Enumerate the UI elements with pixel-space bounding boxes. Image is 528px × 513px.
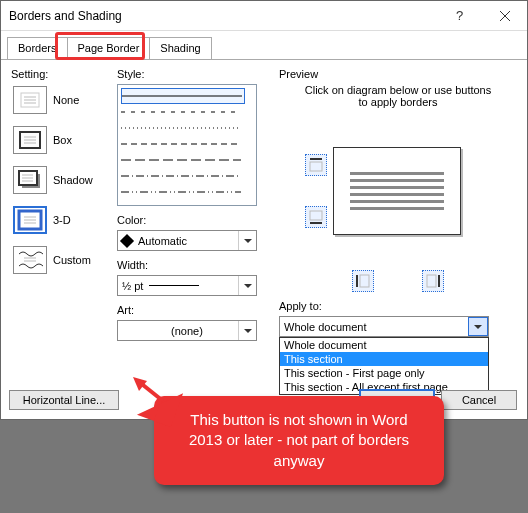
threed-icon: [13, 206, 47, 234]
svg-rect-31: [310, 222, 322, 224]
border-bottom-icon: [308, 209, 324, 225]
help-button[interactable]: ?: [437, 1, 482, 31]
border-right-button[interactable]: [422, 270, 444, 292]
style-solid[interactable]: [121, 88, 245, 104]
svg-rect-28: [310, 158, 322, 160]
borders-shading-dialog: Borders and Shading ? Borders Page Borde…: [0, 0, 528, 420]
preview-page[interactable]: [333, 147, 461, 235]
preview-hint: Click on diagram below or use buttons to…: [303, 84, 493, 108]
style-dash-long[interactable]: [121, 152, 245, 168]
width-dropdown[interactable]: ½ pt: [117, 275, 257, 296]
close-button[interactable]: [482, 1, 527, 31]
style-listbox[interactable]: [117, 84, 257, 206]
width-value: ½ pt: [122, 280, 143, 292]
apply-to-label: Apply to:: [279, 300, 517, 312]
color-swatch-icon: [120, 233, 134, 247]
tab-borders[interactable]: Borders: [7, 37, 68, 59]
svg-rect-34: [427, 275, 436, 287]
shadow-icon: [13, 166, 47, 194]
border-left-icon: [355, 273, 371, 289]
setting-shadow-label: Shadow: [53, 174, 93, 186]
border-left-button[interactable]: [352, 270, 374, 292]
apply-to-listbox[interactable]: Whole document This section This section…: [279, 337, 489, 395]
annotation-callout: This button is not shown in Word 2013 or…: [154, 396, 444, 420]
none-icon: [13, 86, 47, 114]
art-dropdown[interactable]: (none): [117, 320, 257, 341]
setting-custom[interactable]: Custom: [11, 244, 111, 276]
annotation-text: This button is not shown in Word 2013 or…: [189, 411, 409, 420]
style-dash-sparse[interactable]: [121, 104, 245, 120]
dialog-body: Setting: None Box Shadow 3-D Custom: [1, 60, 527, 376]
custom-icon: [13, 246, 47, 274]
style-dash-dot-dot[interactable]: [121, 184, 245, 200]
tab-strip: Borders Page Border Shading: [1, 31, 527, 60]
color-value: Automatic: [138, 235, 187, 247]
box-icon: [13, 126, 47, 154]
setting-label: Setting:: [11, 68, 111, 80]
svg-rect-33: [360, 275, 369, 287]
setting-none-label: None: [53, 94, 79, 106]
apply-to-option[interactable]: Whole document: [280, 338, 488, 352]
svg-rect-30: [310, 211, 322, 220]
apply-to-dropdown[interactable]: Whole document: [279, 316, 489, 337]
cancel-button[interactable]: Cancel: [441, 390, 517, 410]
art-value: (none): [122, 325, 252, 337]
border-top-button[interactable]: [305, 154, 327, 176]
svg-rect-29: [310, 162, 322, 171]
style-dash-dot[interactable]: [121, 168, 245, 184]
setting-box[interactable]: Box: [11, 124, 111, 156]
apply-to-value: Whole document: [284, 321, 367, 333]
border-top-icon: [308, 157, 324, 173]
style-dotted[interactable]: [121, 120, 245, 136]
setting-3d[interactable]: 3-D: [11, 204, 111, 236]
preview-diagram: [279, 116, 517, 266]
color-label: Color:: [117, 214, 267, 226]
setting-3d-label: 3-D: [53, 214, 71, 226]
width-sample-icon: [149, 285, 199, 286]
preview-column: Preview Click on diagram below or use bu…: [279, 68, 517, 372]
chevron-down-icon: [468, 317, 488, 336]
titlebar: Borders and Shading ?: [1, 1, 527, 31]
chevron-down-icon: [238, 276, 256, 295]
apply-to-option[interactable]: This section - First page only: [280, 366, 488, 380]
svg-rect-35: [438, 275, 440, 287]
setting-shadow[interactable]: Shadow: [11, 164, 111, 196]
setting-box-label: Box: [53, 134, 72, 146]
setting-custom-label: Custom: [53, 254, 91, 266]
apply-to-option[interactable]: This section: [280, 352, 488, 366]
color-dropdown[interactable]: Automatic: [117, 230, 257, 251]
close-icon: [500, 11, 510, 21]
border-bottom-button[interactable]: [305, 206, 327, 228]
style-label: Style:: [117, 68, 267, 80]
setting-column: Setting: None Box Shadow 3-D Custom: [11, 68, 111, 372]
style-dash-med[interactable]: [121, 136, 245, 152]
tab-page-border[interactable]: Page Border: [67, 37, 151, 59]
setting-none[interactable]: None: [11, 84, 111, 116]
preview-label: Preview: [279, 68, 517, 80]
chevron-down-icon: [238, 321, 256, 340]
horizontal-line-button[interactable]: Horizontal Line...: [9, 390, 119, 410]
width-label: Width:: [117, 259, 267, 271]
style-column: Style: Color: Automatic Width:: [117, 68, 267, 372]
svg-rect-32: [356, 275, 358, 287]
dialog-title: Borders and Shading: [9, 9, 437, 23]
chevron-down-icon: [238, 231, 256, 250]
tab-shading[interactable]: Shading: [149, 37, 211, 59]
art-label: Art:: [117, 304, 267, 316]
border-right-icon: [425, 273, 441, 289]
